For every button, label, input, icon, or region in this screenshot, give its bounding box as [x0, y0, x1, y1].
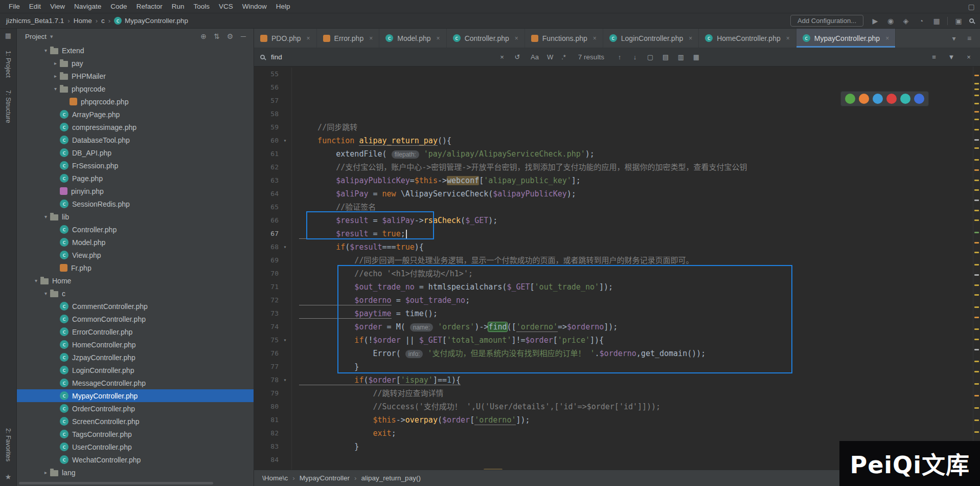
more-options-icon[interactable]: ≡	[965, 34, 974, 42]
tree-item-UserController.php[interactable]: cUserController.php	[17, 440, 254, 453]
tree-item-DB_API.php[interactable]: cDB_API.php	[17, 146, 254, 159]
code-text[interactable]: extendFile( filepath: 'pay/alipay/Alipay…	[292, 147, 595, 161]
breadcrumb-item[interactable]: jizhicms_Beta1.7.1	[6, 17, 64, 25]
line-number[interactable]: 67	[254, 227, 279, 240]
tree-item-CommentController.php[interactable]: cCommentController.php	[17, 300, 254, 313]
line-number[interactable]: 64	[254, 187, 279, 201]
line-number[interactable]: 73	[254, 307, 279, 320]
chevron-down-icon[interactable]: ▾	[32, 278, 40, 283]
line-number[interactable]: 68	[254, 240, 279, 254]
tree-item-c[interactable]: ▾c	[17, 287, 254, 300]
search-history-icon[interactable]: ↺	[512, 53, 522, 61]
bottom-breadcrumb-item[interactable]: \Home\c	[262, 474, 288, 482]
tree-item-DatabaseTool.php[interactable]: cDatabaseTool.php	[17, 134, 254, 146]
code-text[interactable]: $pay = M( name: 'payment')->find(['type'…	[292, 467, 567, 470]
tab-MypayController.php[interactable]: cMypayController.php×	[796, 29, 896, 48]
favorites-star-icon[interactable]: ★	[5, 473, 12, 481]
code-text[interactable]: }	[292, 440, 359, 453]
tree-item-pay[interactable]: ▸pay	[17, 57, 254, 70]
code-text[interactable]	[292, 453, 299, 467]
line-number[interactable]: 85	[254, 467, 279, 470]
line-number[interactable]: 77	[254, 360, 279, 373]
menu-item-file[interactable]: File	[4, 1, 25, 12]
code-text[interactable]: Error( info: '支付成功，但是系统内没有找到相应的订单！ '.$or…	[292, 347, 705, 360]
menu-item-refactor[interactable]: Refactor	[132, 1, 167, 12]
add-filter-button[interactable]: ▥	[676, 53, 686, 61]
add-configuration-button[interactable]: Add Configuration...	[790, 15, 863, 27]
code-text[interactable]: //同步回调一般只处理业务逻辑，显示一个付款成功的页面，或者跳转到用户的财务记录…	[292, 254, 693, 267]
tree-item-Controller.php[interactable]: cController.php	[17, 223, 254, 236]
match-case-toggle[interactable]: Aa	[529, 52, 541, 62]
tab-LoginController.php[interactable]: cLoginController.php×	[603, 29, 699, 48]
screenshot-icon[interactable]: ▣	[954, 17, 963, 25]
fold-marker[interactable]: ▾	[279, 240, 292, 254]
words-toggle[interactable]: W	[545, 52, 555, 62]
fold-marker[interactable]: ▾	[279, 334, 292, 347]
line-number[interactable]: 78	[254, 373, 279, 387]
window-controls-icon[interactable]: ▢	[967, 3, 976, 11]
code-text[interactable]: $this->overpay($order['orderno']);	[292, 413, 530, 427]
tree-item-ErrorController.php[interactable]: cErrorController.php	[17, 325, 254, 338]
close-tab-icon[interactable]: ×	[437, 35, 440, 42]
tree-item-OrderController.php[interactable]: cOrderController.php	[17, 402, 254, 415]
code-text[interactable]	[292, 81, 299, 94]
tree-item-HomeController.php[interactable]: cHomeController.php	[17, 338, 254, 351]
code-text[interactable]: exit;	[292, 427, 396, 440]
tree-item-ScreenController.php[interactable]: cScreenController.php	[17, 415, 254, 428]
code-text[interactable]	[292, 107, 299, 121]
firefox-icon[interactable]	[859, 94, 869, 104]
menu-item-code[interactable]: Code	[106, 1, 131, 12]
line-number[interactable]: 70	[254, 267, 279, 280]
code-text[interactable]: //跳转对应查询详情	[292, 387, 444, 400]
chevron-down-icon[interactable]: ▾	[41, 48, 50, 53]
chevron-down-icon[interactable]: ▾	[51, 86, 60, 92]
menu-item-window[interactable]: Window	[238, 1, 271, 12]
line-number[interactable]: 79	[254, 387, 279, 400]
chevron-down-icon[interactable]: ▾	[41, 214, 50, 219]
menu-item-run[interactable]: Run	[167, 1, 189, 12]
line-number[interactable]: 61	[254, 147, 279, 161]
line-number[interactable]: 82	[254, 427, 279, 440]
line-number[interactable]: 62	[254, 161, 279, 174]
code-text[interactable]: $out_trade_no = htmlspecialchars($_GET['…	[292, 280, 613, 294]
line-number[interactable]: 66	[254, 214, 279, 227]
tree-item-Fr.php[interactable]: Fr.php	[17, 261, 254, 274]
fold-marker[interactable]: ▾	[279, 134, 292, 147]
line-number[interactable]: 80	[254, 400, 279, 413]
tree-item-Model.php[interactable]: cModel.php	[17, 236, 254, 249]
close-tab-icon[interactable]: ×	[885, 35, 889, 42]
close-tab-icon[interactable]: ×	[307, 35, 310, 42]
grid-icon[interactable]: ▦	[932, 17, 941, 25]
close-tab-icon[interactable]: ×	[593, 35, 597, 42]
code-text[interactable]: $order = M( name: 'orders')->find(['orde…	[292, 320, 618, 334]
tree-item-TagsController.php[interactable]: cTagsController.php	[17, 428, 254, 440]
tree-item-MypayController.php[interactable]: cMypayController.php	[17, 389, 254, 402]
tree-item-phpqrcode.php[interactable]: phpqrcode.php	[17, 95, 254, 108]
prev-occurrence-button[interactable]: ↑	[614, 53, 625, 61]
breadcrumb-item[interactable]: cMypayController.php	[114, 17, 188, 25]
locate-icon[interactable]: ⊕	[198, 32, 209, 40]
find-input[interactable]: find	[271, 53, 491, 61]
menu-item-edit[interactable]: Edit	[25, 1, 45, 12]
line-number[interactable]: 65	[254, 201, 279, 214]
menu-item-navigate[interactable]: Navigate	[70, 1, 106, 12]
tab-HomeController.php[interactable]: cHomeController.php×	[699, 29, 796, 48]
tool-window-structure-button[interactable]: 7: Structure	[5, 90, 12, 123]
code-text[interactable]: $result = true;	[292, 227, 407, 240]
bottom-breadcrumb-item[interactable]: alipay_return_pay()	[361, 474, 421, 482]
debug-icon[interactable]: ◉	[886, 17, 895, 25]
chevron-down-icon[interactable]: ▾	[41, 291, 50, 296]
tree-item-pinyin.php[interactable]: pinyin.php	[17, 185, 254, 197]
chevron-right-icon[interactable]: ▸	[51, 60, 60, 66]
line-number[interactable]: 75	[254, 334, 279, 347]
tree-item-phpqrcode[interactable]: ▾phpqrcode	[17, 82, 254, 95]
code-text[interactable]	[292, 68, 299, 81]
line-number[interactable]: 63	[254, 174, 279, 187]
code-text[interactable]: $result = $aliPay->rsaCheck($_GET);	[292, 214, 497, 227]
tree-item-WechatController.php[interactable]: cWechatController.php	[17, 453, 254, 466]
tree-item-ArrayPage.php[interactable]: cArrayPage.php	[17, 108, 254, 121]
code-text[interactable]: }	[292, 360, 359, 373]
line-number[interactable]: 59	[254, 121, 279, 134]
line-number[interactable]: 76	[254, 347, 279, 360]
tree-item-Home[interactable]: ▾Home	[17, 274, 254, 287]
